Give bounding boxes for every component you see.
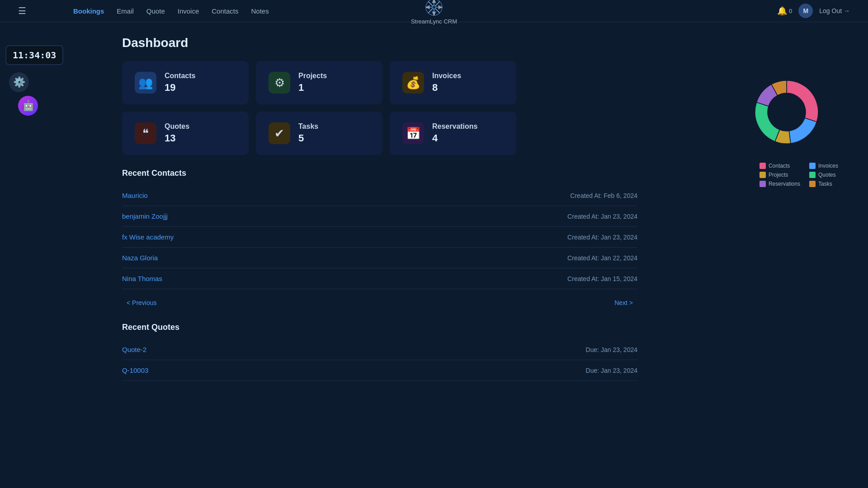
contacts-pagination: < Previous Next >	[122, 296, 637, 309]
nav-right: 🔔 0 M Log Out →	[777, 4, 850, 18]
bot-icon[interactable]: 🤖	[18, 96, 38, 116]
stat-count-quotes: 13	[165, 132, 189, 144]
legend-dot	[809, 181, 816, 187]
stat-card-invoices[interactable]: 💰 Invoices 8	[390, 61, 516, 104]
contact-name[interactable]: Mauricio	[122, 192, 148, 199]
quote-row[interactable]: Q-10003 Due: Jan 23, 2024	[122, 360, 637, 381]
recent-quotes-section: Recent Quotes Quote-2 Due: Jan 23, 2024 …	[122, 323, 637, 381]
contact-row[interactable]: Mauricio Created At: Feb 6, 2024	[122, 185, 637, 206]
logo-icon	[424, 0, 444, 17]
chart-svg	[741, 67, 832, 157]
stat-icon-invoices: 💰	[402, 72, 424, 94]
stat-card-projects[interactable]: ⚙ Projects 1	[256, 61, 382, 104]
stat-label-reservations: Reservations	[432, 122, 478, 131]
nav-link-email[interactable]: Email	[117, 7, 134, 15]
contact-row[interactable]: fx Wise academy Created At: Jan 23, 2024	[122, 227, 637, 248]
bell-icon: 🔔	[777, 6, 787, 16]
svg-point-10	[769, 94, 805, 130]
user-avatar[interactable]: M	[798, 4, 813, 18]
gear-icon[interactable]: ⚙️	[9, 72, 29, 92]
contact-date: Created At: Jan 22, 2024	[567, 254, 637, 262]
quote-name[interactable]: Quote-2	[122, 346, 146, 353]
stat-icon-quotes: ❝	[135, 122, 156, 144]
legend-item-reservations: Reservations	[760, 181, 800, 187]
recent-contacts-section: Recent Contacts Mauricio Created At: Feb…	[122, 169, 637, 309]
contact-date: Created At: Jan 23, 2024	[567, 234, 637, 241]
legend-dot	[760, 163, 766, 169]
contact-row[interactable]: Naza Gloria Created At: Jan 22, 2024	[122, 248, 637, 268]
stat-card-quotes[interactable]: ❝ Quotes 13	[122, 112, 249, 155]
legend-dot	[809, 163, 816, 169]
stat-card-contacts[interactable]: 👥 Contacts 19	[122, 61, 249, 104]
stat-card-tasks[interactable]: ✔ Tasks 5	[256, 112, 382, 155]
stat-info-invoices: Invoices 8	[432, 72, 461, 94]
chart-legend: ContactsInvoicesProjectsQuotesReservatio…	[760, 163, 850, 187]
legend-dot	[760, 181, 766, 187]
hamburger-icon[interactable]: ☰	[18, 5, 26, 16]
legend-label: Tasks	[818, 181, 832, 187]
legend-label: Reservations	[769, 181, 800, 187]
stat-count-reservations: 4	[432, 132, 478, 144]
stat-label-tasks: Tasks	[298, 122, 318, 131]
bell-count: 0	[789, 8, 792, 14]
svg-marker-8	[426, 5, 429, 9]
left-icon-area: ⚙️ 🤖	[9, 72, 38, 116]
stat-label-contacts: Contacts	[165, 72, 195, 80]
stat-count-projects: 1	[298, 82, 327, 94]
stat-label-projects: Projects	[298, 72, 327, 80]
stat-icon-contacts: 👥	[135, 72, 156, 94]
nav-link-notes[interactable]: Notes	[251, 7, 269, 15]
donut-chart	[741, 67, 832, 157]
legend-item-contacts: Contacts	[760, 163, 800, 169]
clock-widget: 11:34:03	[5, 45, 63, 65]
legend-label: Invoices	[818, 163, 838, 169]
stat-info-reservations: Reservations 4	[432, 122, 478, 144]
contact-name[interactable]: Naza Gloria	[122, 254, 158, 262]
stat-icon-reservations: 📅	[402, 122, 424, 144]
legend-label: Projects	[769, 172, 788, 178]
legend-item-quotes: Quotes	[809, 172, 850, 178]
legend-item-invoices: Invoices	[809, 163, 850, 169]
legend-dot	[809, 172, 816, 178]
quotes-list: Quote-2 Due: Jan 23, 2024 Q-10003 Due: J…	[122, 339, 637, 381]
svg-marker-7	[432, 12, 436, 15]
clock-time: 11:34:03	[13, 50, 56, 61]
stat-count-tasks: 5	[298, 132, 318, 144]
contact-date: Created At: Feb 6, 2024	[570, 192, 637, 199]
nav-link-quote[interactable]: Quote	[146, 7, 165, 15]
contact-row[interactable]: Nina Thomas Created At: Jan 15, 2024	[122, 268, 637, 289]
quote-row[interactable]: Quote-2 Due: Jan 23, 2024	[122, 339, 637, 360]
stat-card-reservations[interactable]: 📅 Reservations 4	[390, 112, 516, 155]
stat-info-projects: Projects 1	[298, 72, 327, 94]
stat-info-quotes: Quotes 13	[165, 122, 189, 144]
quote-name[interactable]: Q-10003	[122, 366, 148, 374]
legend-item-tasks: Tasks	[809, 181, 850, 187]
nav-link-bookings[interactable]: Bookings	[73, 7, 104, 15]
contact-name[interactable]: benjamin Zoojjj	[122, 212, 168, 220]
main-content: Dashboard 👥 Contacts 19 ⚙ Projects 1 💰 I…	[0, 22, 868, 394]
contact-name[interactable]: Nina Thomas	[122, 275, 162, 282]
stat-label-quotes: Quotes	[165, 122, 189, 131]
stats-grid: 👥 Contacts 19 ⚙ Projects 1 💰 Invoices 8 …	[122, 61, 832, 155]
stat-count-contacts: 19	[165, 82, 195, 94]
legend-label: Contacts	[769, 163, 790, 169]
nav-links: BookingsEmailQuoteInvoiceContactsNotes	[73, 7, 269, 15]
nav-left: ☰ BookingsEmailQuoteInvoiceContactsNotes	[18, 5, 269, 16]
contacts-list: Mauricio Created At: Feb 6, 2024 benjami…	[122, 185, 637, 289]
notification-bell[interactable]: 🔔 0	[777, 6, 792, 16]
contact-name[interactable]: fx Wise academy	[122, 233, 174, 241]
app-name: StreamLync CRM	[411, 18, 457, 25]
next-page-button[interactable]: Next >	[610, 296, 637, 309]
legend-item-projects: Projects	[760, 172, 800, 178]
stat-count-invoices: 8	[432, 82, 461, 94]
contact-date: Created At: Jan 23, 2024	[567, 213, 637, 220]
top-nav: ☰ BookingsEmailQuoteInvoiceContactsNotes…	[0, 0, 868, 22]
prev-page-button[interactable]: < Previous	[122, 296, 161, 309]
svg-marker-6	[432, 0, 436, 3]
contact-row[interactable]: benjamin Zoojjj Created At: Jan 23, 2024	[122, 206, 637, 227]
app-logo: StreamLync CRM	[411, 0, 457, 25]
quote-date: Due: Jan 23, 2024	[586, 346, 637, 353]
logout-button[interactable]: Log Out →	[819, 7, 850, 14]
nav-link-invoice[interactable]: Invoice	[178, 7, 199, 15]
nav-link-contacts[interactable]: Contacts	[212, 7, 238, 15]
